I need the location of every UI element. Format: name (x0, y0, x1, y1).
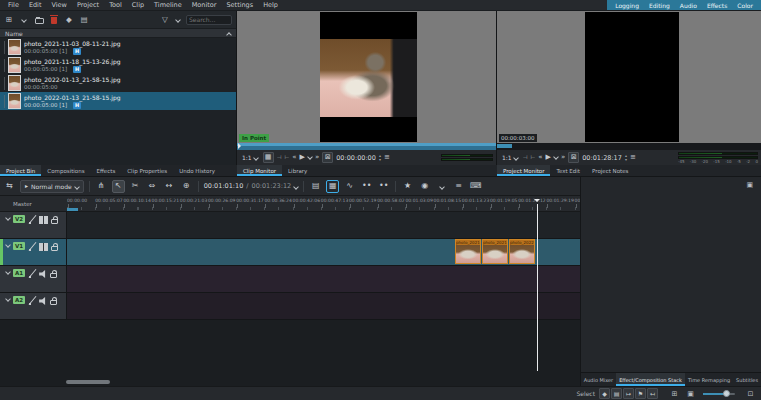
project-monitor-display[interactable]: 00:00:03:00 (497, 11, 761, 143)
menu-edit[interactable]: Edit (24, 1, 47, 9)
workspace-tab-audio[interactable]: Audio (680, 2, 697, 9)
timeline-timecodes[interactable]: 00:01:01:10 / 00:01:23:12 (204, 182, 299, 190)
lock-track-icon[interactable] (51, 246, 58, 251)
project-monitor-scrub-bar[interactable] (497, 143, 761, 150)
tab-undo-history[interactable]: Undo History (173, 165, 221, 176)
tab-text-edit[interactable]: Text Edit (550, 165, 586, 176)
loop-zone-icon[interactable]: ⊠ (322, 152, 333, 163)
razor-tool-icon[interactable]: ✂ (129, 180, 142, 193)
loop-zone-icon[interactable]: ⊠ (568, 152, 579, 163)
workspace-tab-logging[interactable]: Logging (615, 2, 639, 9)
timeline-clip[interactable]: photo_2021- (482, 239, 508, 264)
mixed-thumbnails-icon[interactable]: ▤ (309, 180, 322, 193)
record-icon[interactable]: ◉ (418, 180, 431, 193)
selection-tool-icon[interactable]: ↖ (112, 180, 125, 193)
tag-icon[interactable]: ◆ (599, 388, 610, 399)
tab-project-bin[interactable]: Project Bin (0, 165, 41, 176)
tab-clip-properties[interactable]: Clip Properties (121, 165, 173, 176)
tags-icon[interactable]: ◆ (64, 14, 74, 25)
timecode-spinner[interactable]: ▴▾ (379, 154, 381, 161)
flag-icon[interactable]: ⚑ (635, 388, 646, 399)
bin-item[interactable]: photo_2022-01-13_21-58-15.jpg00:00:05:00 (0, 74, 236, 92)
add-clip-dropdown-icon[interactable] (19, 14, 29, 25)
favorite-effects-icon[interactable]: ★ (401, 180, 414, 193)
monitor-zoom-select[interactable]: 1:1 (240, 152, 260, 163)
timeline-clip[interactable]: photo_2022- (509, 239, 535, 264)
filter-icon[interactable]: ▽ (160, 14, 170, 25)
markers-icon[interactable]: •• (360, 180, 373, 193)
tab-project-monitor[interactable]: Project Monitor (497, 165, 550, 176)
tab-subtitles[interactable]: Subtitles (733, 373, 761, 386)
spacer-tool-icon[interactable]: ⇔ (146, 180, 159, 193)
audio-track-icon[interactable] (39, 297, 47, 305)
tab-library[interactable]: Library (282, 165, 313, 176)
play-options-icon[interactable] (554, 154, 558, 161)
skip-forward-button[interactable]: » (561, 154, 565, 161)
track-lane-a2[interactable] (67, 293, 580, 319)
collapse-track-icon[interactable] (5, 242, 11, 248)
play-options-icon[interactable] (308, 154, 312, 161)
lock-track-icon[interactable] (50, 273, 57, 278)
menu-help[interactable]: Help (258, 1, 283, 9)
create-folder-icon[interactable] (34, 14, 44, 25)
effects-icon[interactable] (28, 269, 36, 278)
search-input[interactable] (186, 15, 232, 25)
monitor-menu-icon[interactable]: ≡ (630, 154, 636, 161)
track-lane-v1[interactable]: photo_2021-photo_2021-photo_2022- (67, 239, 580, 265)
monitor-zoom-select[interactable]: 1:1 (500, 152, 520, 163)
slider-handle[interactable] (723, 390, 730, 397)
overwrite-mode-icon[interactable]: ↦ (623, 388, 634, 399)
effects-icon[interactable] (28, 215, 36, 224)
zone-out-icon[interactable]: ⊢ (284, 155, 289, 161)
effects-icon[interactable] (28, 242, 36, 251)
audio-thumbnails-icon[interactable]: ∿ (343, 180, 356, 193)
lock-track-icon[interactable] (50, 300, 57, 305)
tab-audio-mixer[interactable]: Audio Mixer (581, 373, 616, 386)
play-button[interactable]: ▶ (546, 154, 551, 161)
project-monitor-timecode[interactable]: 00:01:28:17 (582, 154, 622, 162)
timecode-spinner[interactable]: ▴▾ (625, 154, 627, 161)
tab-time-remapping[interactable]: Time Remapping (685, 373, 733, 386)
timeline-ruler[interactable]: 00:00:0000:00:05:0700:00:10:1400:00:15:2… (67, 196, 580, 212)
master-button[interactable]: Master (0, 196, 67, 212)
track-lane-v2[interactable] (67, 212, 580, 238)
video-track-icon[interactable] (39, 243, 48, 251)
zoom-fit-icon[interactable]: ⊡ (745, 388, 756, 399)
timeline-zone[interactable] (67, 208, 78, 211)
track-header-v2[interactable]: V2 (0, 212, 67, 238)
skip-forward-button[interactable]: » (315, 154, 319, 161)
bin-item[interactable]: photo_2022-01-13_21-58-15.jpg00:00:05:00… (0, 92, 236, 110)
track-lane-a1[interactable] (67, 266, 580, 292)
workspace-tab-editing[interactable]: Editing (649, 2, 670, 9)
monitor-grid-icon[interactable]: ▦ (263, 152, 274, 163)
bin-item[interactable]: photo_2021-11-18_15-13-26.jpg00:00:05:00… (0, 56, 236, 74)
mix-clips-icon[interactable]: ⋔ (95, 180, 108, 193)
snap-points-icon[interactable]: •• (377, 180, 390, 193)
timeline-hscrollbar[interactable] (66, 380, 110, 384)
filter-dropdown-icon[interactable] (173, 14, 183, 25)
bin-column-header[interactable]: Name (0, 28, 236, 38)
bin-item[interactable]: photo_2021-11-03_08-11-21.jpg00:00:05:00… (0, 38, 236, 56)
view-mode-icon[interactable]: ▤ (79, 14, 89, 25)
clip-monitor-scrub-bar[interactable] (237, 143, 496, 150)
multicam-tool-icon[interactable]: ⊕ (180, 180, 193, 193)
clip-monitor-timecode[interactable]: 00:00:00:00 (336, 154, 376, 162)
video-track-icon[interactable] (39, 216, 48, 224)
menu-monitor[interactable]: Monitor (187, 1, 222, 9)
menu-view[interactable]: View (46, 1, 71, 9)
play-button[interactable]: ▶ (300, 154, 305, 161)
track-target-v1[interactable]: V1 (13, 242, 25, 250)
zone-in-icon[interactable]: ⊣ (523, 155, 528, 161)
clip-monitor-display[interactable]: In Point (237, 11, 496, 143)
tab-compositions[interactable]: Compositions (41, 165, 90, 176)
menu-timeline[interactable]: Timeline (149, 1, 187, 9)
track-header-a2[interactable]: A2 (0, 293, 67, 319)
mixer-icon[interactable]: ≡ (452, 180, 465, 193)
preview-icon[interactable]: ▣ (685, 388, 696, 399)
menu-clip[interactable]: Clip (127, 1, 149, 9)
skip-back-button[interactable]: « (292, 154, 296, 161)
skip-back-button[interactable]: « (538, 154, 542, 161)
film-icon[interactable]: ▤ (611, 388, 622, 399)
lock-track-icon[interactable] (51, 219, 58, 224)
tab-effect-composition-stack[interactable]: Effect/Composition Stack (616, 373, 685, 386)
